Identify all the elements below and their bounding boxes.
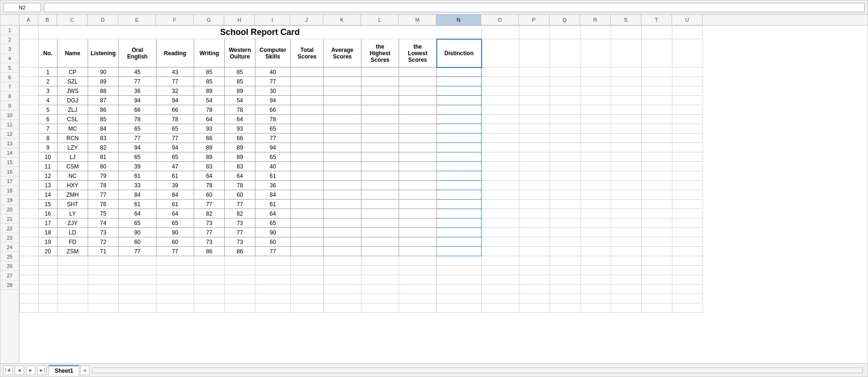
data-s-19[interactable] <box>611 247 642 256</box>
row-num-21[interactable]: 21 <box>0 214 19 224</box>
empty-cell-r25-j[interactable] <box>291 275 324 285</box>
data-writing-14[interactable]: 77 <box>194 200 225 209</box>
data-p-1[interactable] <box>519 77 550 86</box>
data-reading-16[interactable]: 65 <box>156 218 194 228</box>
empty-cell-r27-r[interactable] <box>581 294 611 303</box>
empty-cell-r23-b[interactable] <box>39 256 57 266</box>
data-highest-18[interactable] <box>361 237 399 247</box>
data-computer-13[interactable]: 84 <box>255 190 291 200</box>
data-lowest-16[interactable] <box>399 218 437 228</box>
empty-cell-r26-l[interactable] <box>361 285 399 294</box>
data-highest-10[interactable] <box>361 162 399 171</box>
data-distinction-2[interactable] <box>437 86 482 96</box>
data-t-19[interactable] <box>642 247 672 256</box>
data-r-17[interactable] <box>581 228 611 237</box>
data-a-8[interactable] <box>20 143 39 152</box>
empty-cell-r26-k[interactable] <box>324 285 361 294</box>
data-writing-15[interactable]: 82 <box>194 209 225 218</box>
data-t-5[interactable] <box>642 115 672 124</box>
empty-cell-r24-m[interactable] <box>399 266 437 275</box>
data-u-1[interactable] <box>672 77 703 86</box>
empty-cell-r25-t[interactable] <box>642 275 672 285</box>
data-avg-2[interactable] <box>324 86 361 96</box>
empty-cell-r26-m[interactable] <box>399 285 437 294</box>
data-u-11[interactable] <box>672 171 703 181</box>
data-q-5[interactable] <box>550 115 581 124</box>
data-u-14[interactable] <box>672 200 703 209</box>
data-listening-17[interactable]: 73 <box>88 228 119 237</box>
row-num-9[interactable]: 9 <box>0 101 19 110</box>
data-a-14[interactable] <box>20 200 39 209</box>
data-t-17[interactable] <box>642 228 672 237</box>
data-oral-2[interactable]: 36 <box>119 86 156 96</box>
data-oral-16[interactable]: 65 <box>119 218 156 228</box>
data-highest-0[interactable] <box>361 67 399 77</box>
data-listening-13[interactable]: 77 <box>88 190 119 200</box>
data-name-4[interactable]: ZLJ <box>57 105 88 115</box>
row-num-25[interactable]: 25 <box>0 252 19 261</box>
data-western-7[interactable]: 66 <box>225 134 255 143</box>
empty-cell-r28-o[interactable] <box>482 303 519 313</box>
col-header-r[interactable]: R <box>580 15 611 25</box>
empty-cell-r28-l[interactable] <box>361 303 399 313</box>
col-header-m[interactable]: M <box>399 15 436 25</box>
data-o-10[interactable] <box>482 162 519 171</box>
tab-nav-next[interactable]: ► <box>26 366 35 375</box>
data-listening-16[interactable]: 74 <box>88 218 119 228</box>
data-western-8[interactable]: 89 <box>225 143 255 152</box>
data-a-7[interactable] <box>20 134 39 143</box>
data-western-1[interactable]: 85 <box>225 77 255 86</box>
data-distinction-3[interactable] <box>437 96 482 105</box>
data-q-9[interactable] <box>550 152 581 162</box>
data-u-16[interactable] <box>672 218 703 228</box>
data-a-15[interactable] <box>20 209 39 218</box>
data-name-16[interactable]: ZJY <box>57 218 88 228</box>
data-o-4[interactable] <box>482 105 519 115</box>
data-t-8[interactable] <box>642 143 672 152</box>
tab-nav-prev[interactable]: ◄ <box>15 366 24 375</box>
data-p-5[interactable] <box>519 115 550 124</box>
empty-cell-r25-q[interactable] <box>550 275 581 285</box>
col-header-u[interactable]: U <box>672 15 703 25</box>
data-avg-11[interactable] <box>324 171 361 181</box>
data-reading-5[interactable]: 78 <box>156 115 194 124</box>
empty-cell-r25-o[interactable] <box>482 275 519 285</box>
empty-cell-r23-m[interactable] <box>399 256 437 266</box>
data-writing-10[interactable]: 83 <box>194 162 225 171</box>
data-o-15[interactable] <box>482 209 519 218</box>
row-num-24[interactable]: 24 <box>0 243 19 252</box>
data-r-12[interactable] <box>581 181 611 190</box>
data-distinction-9[interactable] <box>437 152 482 162</box>
data-western-2[interactable]: 89 <box>225 86 255 96</box>
data-total-10[interactable] <box>291 162 324 171</box>
data-reading-4[interactable]: 66 <box>156 105 194 115</box>
data-lowest-1[interactable] <box>399 77 437 86</box>
data-o-7[interactable] <box>482 134 519 143</box>
col-header-q[interactable]: Q <box>549 15 580 25</box>
row-num-15[interactable]: 15 <box>0 158 19 167</box>
data-a-9[interactable] <box>20 152 39 162</box>
data-western-19[interactable]: 86 <box>225 247 255 256</box>
data-q-11[interactable] <box>550 171 581 181</box>
data-no-8[interactable]: 9 <box>39 143 57 152</box>
data-a-5[interactable] <box>20 115 39 124</box>
r2-s[interactable] <box>611 39 642 67</box>
empty-cell-r27-q[interactable] <box>550 294 581 303</box>
empty-cell-r25-s[interactable] <box>611 275 642 285</box>
data-avg-18[interactable] <box>324 237 361 247</box>
data-u-17[interactable] <box>672 228 703 237</box>
empty-cell-r27-s[interactable] <box>611 294 642 303</box>
data-listening-5[interactable]: 85 <box>88 115 119 124</box>
data-o-0[interactable] <box>482 67 519 77</box>
data-reading-15[interactable]: 64 <box>156 209 194 218</box>
row-num-19[interactable]: 19 <box>0 195 19 205</box>
data-computer-4[interactable]: 66 <box>255 105 291 115</box>
empty-cell-r23-p[interactable] <box>519 256 550 266</box>
data-u-8[interactable] <box>672 143 703 152</box>
data-listening-1[interactable]: 89 <box>88 77 119 86</box>
data-reading-1[interactable]: 77 <box>156 77 194 86</box>
col-header-c[interactable]: C <box>57 15 88 25</box>
r2-t[interactable] <box>642 39 672 67</box>
data-s-13[interactable] <box>611 190 642 200</box>
data-avg-5[interactable] <box>324 115 361 124</box>
